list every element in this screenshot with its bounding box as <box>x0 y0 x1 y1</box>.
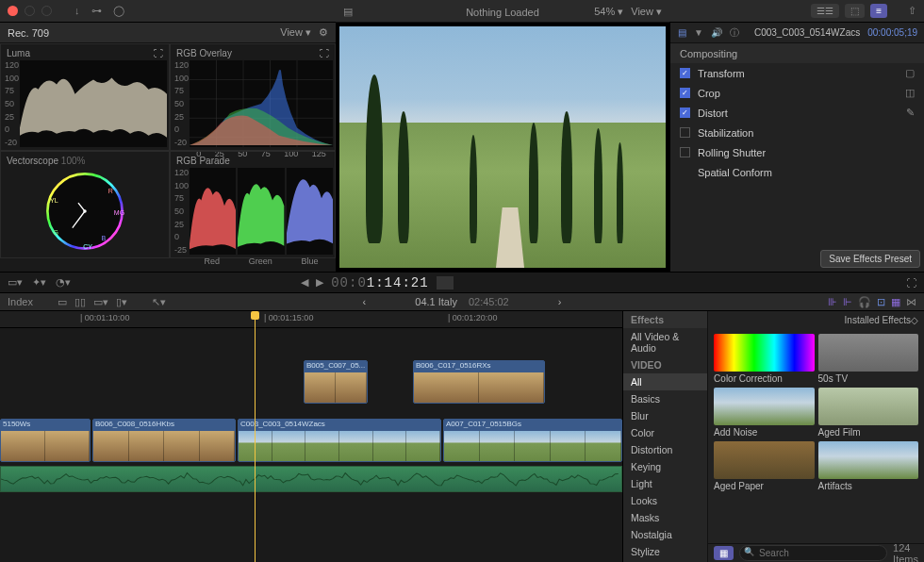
retime-menu-icon[interactable]: ◔▾ <box>56 276 71 289</box>
primary-clip[interactable]: C003_C003_0514WZacs <box>238 419 441 462</box>
effects-category-color[interactable]: Color <box>623 424 707 441</box>
layout-browser-button[interactable]: ☰☰ <box>811 4 839 18</box>
clip-label: B005_C007_05... <box>305 361 367 372</box>
effects-category-stylize[interactable]: Stylize <box>623 543 707 560</box>
inspector-row-rolling-shutter[interactable]: Rolling Shutter <box>670 142 924 162</box>
effects-category-looks[interactable]: Looks <box>623 492 707 509</box>
generator-tab-icon[interactable]: ▼ <box>694 27 703 38</box>
appearance-menu-icon[interactable]: ▭▾ <box>8 276 23 289</box>
effect-aged-paper[interactable]: Aged Paper <box>714 441 814 491</box>
effect-thumbnail <box>714 441 814 479</box>
info-tab-icon[interactable]: ⓘ <box>730 26 739 40</box>
layout-timeline-button[interactable]: ⬚ <box>845 4 865 18</box>
row-action-icon[interactable]: ✎ <box>906 107 915 119</box>
effects-categories: Effects All Video & AudioVIDEOAllBasicsB… <box>623 311 708 562</box>
snapping-icon[interactable]: ⊡ <box>877 296 885 308</box>
inspector-row-spatial-conform[interactable]: Spatial Conform <box>670 162 924 182</box>
timeline-ruler[interactable]: | 00:01:10:00| 00:01:15:00| 00:01:20:00 <box>0 311 622 328</box>
effects-category-keying[interactable]: Keying <box>623 458 707 475</box>
close-window-icon[interactable] <box>8 6 18 16</box>
import-icon[interactable]: ↓ <box>74 5 80 17</box>
effects-category-blur[interactable]: Blur <box>623 407 707 424</box>
primary-clip[interactable]: A007_C017_0515BGs <box>443 419 622 462</box>
clip-appearance-2-icon[interactable]: ▯▯ <box>74 296 86 308</box>
row-action-icon[interactable]: ◫ <box>905 87 915 99</box>
clip-label: A007_C017_0515BGs <box>444 420 621 431</box>
library-icon[interactable]: ▤ <box>343 6 353 18</box>
effects-category-light[interactable]: Light <box>623 475 707 492</box>
effects-menu-icon[interactable]: ✦▾ <box>32 276 46 289</box>
connected-clip[interactable]: B006_C017_0516RXs <box>413 360 545 404</box>
installed-effects-menu[interactable]: Installed Effects◇ <box>845 315 918 325</box>
effects-category-nostalgia[interactable]: Nostalgia <box>623 526 707 543</box>
primary-clip[interactable]: 5150Ws <box>0 419 91 462</box>
effects-category-all[interactable]: All <box>623 373 707 390</box>
skimming-icon[interactable]: ⊪ <box>828 296 837 308</box>
render-icon[interactable]: ◯ <box>113 5 124 17</box>
clip-appearance-4-icon[interactable]: ▯▾ <box>116 296 127 308</box>
viewer-title: Nothing Loaded <box>466 7 539 18</box>
effects-category-masks[interactable]: Masks <box>623 509 707 526</box>
effect-artifacts[interactable]: Artifacts <box>818 441 918 491</box>
svg-text:R: R <box>108 188 113 194</box>
effects-category-basics[interactable]: Basics <box>623 390 707 407</box>
inspector-row-stabilization[interactable]: Stabilization <box>670 123 924 142</box>
effect-add-noise[interactable]: Add Noise <box>714 388 814 438</box>
select-tool-icon[interactable]: ↖▾ <box>152 296 166 308</box>
scopes-settings-icon[interactable]: ⚙ <box>319 26 328 39</box>
effect-aged-film[interactable]: Aged Film <box>818 388 918 438</box>
checkbox[interactable] <box>680 127 690 138</box>
clip-label: B006_C017_0516RXs <box>414 361 544 372</box>
clip-appearance-1-icon[interactable]: ▭ <box>58 296 67 308</box>
fullscreen-icon[interactable]: ⛶ <box>906 277 916 289</box>
minimize-window-icon[interactable] <box>25 6 35 16</box>
audio-skimming-icon[interactable]: ⊩ <box>843 296 852 308</box>
effect--s-tv[interactable]: 50s TV <box>818 334 918 384</box>
play-icon[interactable]: ▶ <box>316 276 323 289</box>
playhead[interactable] <box>255 311 256 562</box>
inspector-row-distort[interactable]: ✓Distort✎ <box>670 103 924 123</box>
timeline[interactable]: | 00:01:10:00| 00:01:15:00| 00:01:20:00 … <box>0 311 622 562</box>
view-menu[interactable]: View ▾ <box>631 6 662 18</box>
connected-clip[interactable]: B005_C007_05... <box>304 360 368 404</box>
expand-icon[interactable]: ⛶ <box>154 48 163 58</box>
checkbox[interactable] <box>680 147 690 157</box>
effect-thumbnail <box>818 441 918 479</box>
solo-icon[interactable]: 🎧 <box>858 296 871 308</box>
inspector-row-crop[interactable]: ✓Crop◫ <box>670 83 924 103</box>
audio-clip[interactable] <box>0 466 622 492</box>
maximize-window-icon[interactable] <box>41 6 52 16</box>
timeline-prev-icon[interactable]: ‹ <box>363 296 367 307</box>
checkbox[interactable]: ✓ <box>680 68 690 78</box>
import-tools: ↓ ⊶ ◯ <box>74 5 124 17</box>
effects-search-input[interactable] <box>739 545 887 561</box>
zoom-menu[interactable]: 54% ▾ <box>594 6 623 18</box>
transitions-browser-icon[interactable]: ⋈ <box>906 296 916 308</box>
checkbox[interactable]: ✓ <box>680 88 690 98</box>
prev-frame-icon[interactable]: ◀ <box>301 276 308 289</box>
effects-category-distortion[interactable]: Distortion <box>623 441 707 458</box>
viewer-canvas[interactable] <box>336 23 669 272</box>
keyword-icon[interactable]: ⊶ <box>91 5 102 17</box>
share-icon[interactable]: ⇧ <box>908 5 916 17</box>
compositing-header[interactable]: Compositing <box>670 43 924 63</box>
inspector-row-transform[interactable]: ✓Transform▢ <box>670 63 924 83</box>
audio-tab-icon[interactable]: 🔊 <box>711 27 722 38</box>
timecode-display[interactable]: 00:01:14:21 <box>331 275 428 290</box>
vectorscope: Vectorscope 100% R MG B CY G YL <box>0 151 170 258</box>
effects-browser-icon[interactable]: ▦ <box>891 296 900 308</box>
checkbox[interactable]: ✓ <box>680 107 690 118</box>
layout-inspector-button[interactable]: ≡ <box>870 4 887 18</box>
primary-clip[interactable]: B006_C008_0516HKbs <box>92 419 236 462</box>
index-button[interactable]: Index <box>8 296 33 307</box>
effects-category-all-video-audio[interactable]: All Video & Audio <box>623 328 707 356</box>
scopes-view-menu[interactable]: View ▾ <box>280 26 311 39</box>
clip-appearance-3-icon[interactable]: ▭▾ <box>93 296 108 308</box>
timeline-next-icon[interactable]: › <box>558 296 562 307</box>
effect-color-correction[interactable]: Color Correction <box>714 334 814 384</box>
row-action-icon[interactable]: ▢ <box>905 67 915 79</box>
save-effects-preset-button[interactable]: Save Effects Preset <box>820 250 920 268</box>
effects-view-toggle[interactable]: ▦ <box>714 546 734 560</box>
video-tab-icon[interactable]: ▤ <box>678 27 686 38</box>
expand-icon[interactable]: ⛶ <box>320 48 329 58</box>
